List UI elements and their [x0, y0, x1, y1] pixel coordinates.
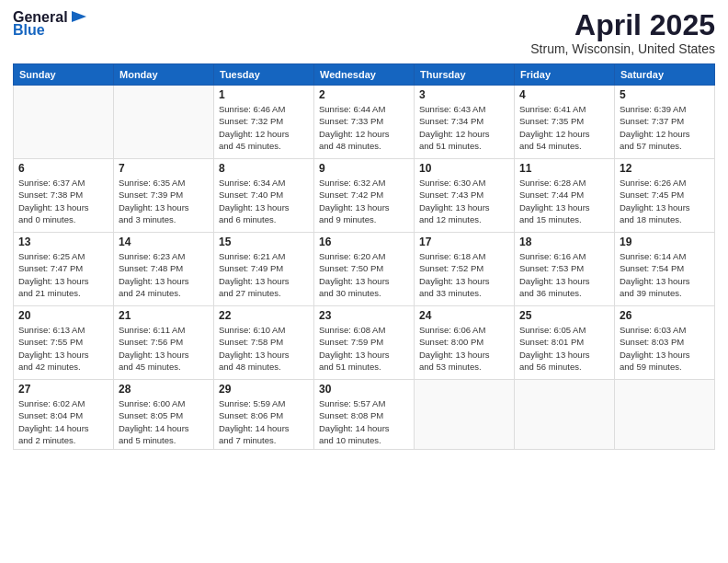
calendar-cell: 16Sunrise: 6:20 AM Sunset: 7:50 PM Dayli…: [314, 233, 415, 306]
day-info: Sunrise: 6:28 AM Sunset: 7:44 PM Dayligh…: [519, 177, 609, 225]
day-number: 17: [419, 236, 509, 248]
day-info: Sunrise: 6:10 AM Sunset: 7:58 PM Dayligh…: [219, 324, 309, 373]
weekday-header-friday: Friday: [515, 64, 615, 86]
week-row-2: 6Sunrise: 6:37 AM Sunset: 7:38 PM Daylig…: [14, 159, 715, 233]
calendar-cell: [515, 380, 615, 450]
day-number: 1: [219, 88, 309, 101]
weekday-header-saturday: Saturday: [615, 64, 715, 86]
calendar-cell: 27Sunrise: 6:02 AM Sunset: 8:04 PM Dayli…: [14, 380, 114, 450]
day-number: 27: [18, 383, 108, 396]
calendar-cell: 22Sunrise: 6:10 AM Sunset: 7:58 PM Dayli…: [214, 306, 314, 380]
calendar-cell: 2Sunrise: 6:44 AM Sunset: 7:33 PM Daylig…: [314, 86, 415, 159]
day-number: 22: [219, 309, 309, 322]
day-number: 9: [319, 162, 409, 175]
calendar-cell: 19Sunrise: 6:14 AM Sunset: 7:54 PM Dayli…: [615, 233, 715, 306]
title-block: April 2025 Strum, Wisconsin, United Stat…: [530, 9, 715, 56]
location: Strum, Wisconsin, United States: [530, 41, 715, 56]
day-info: Sunrise: 6:44 AM Sunset: 7:33 PM Dayligh…: [319, 103, 409, 152]
calendar-cell: 8Sunrise: 6:34 AM Sunset: 7:40 PM Daylig…: [214, 159, 314, 233]
day-number: 15: [219, 236, 309, 248]
calendar-cell: 30Sunrise: 5:57 AM Sunset: 8:08 PM Dayli…: [314, 380, 415, 450]
weekday-header-tuesday: Tuesday: [214, 64, 314, 86]
week-row-4: 20Sunrise: 6:13 AM Sunset: 7:55 PM Dayli…: [14, 306, 715, 380]
day-info: Sunrise: 6:30 AM Sunset: 7:43 PM Dayligh…: [419, 177, 509, 225]
page: General Blue April 2025 Strum, Wisconsin…: [0, 0, 728, 563]
day-info: Sunrise: 6:37 AM Sunset: 7:38 PM Dayligh…: [18, 177, 108, 225]
calendar-cell: 13Sunrise: 6:25 AM Sunset: 7:47 PM Dayli…: [14, 233, 114, 306]
day-number: 4: [519, 88, 609, 101]
week-row-3: 13Sunrise: 6:25 AM Sunset: 7:47 PM Dayli…: [14, 233, 715, 306]
day-number: 29: [219, 383, 309, 396]
day-number: 6: [18, 162, 108, 175]
day-info: Sunrise: 5:57 AM Sunset: 8:08 PM Dayligh…: [319, 397, 409, 446]
weekday-header-row: SundayMondayTuesdayWednesdayThursdayFrid…: [14, 64, 715, 86]
day-number: 21: [119, 309, 209, 322]
logo-icon: [70, 9, 90, 24]
calendar-cell: 20Sunrise: 6:13 AM Sunset: 7:55 PM Dayli…: [14, 306, 114, 380]
day-number: 5: [620, 88, 710, 101]
day-number: 3: [419, 88, 509, 101]
month-title: April 2025: [530, 9, 715, 41]
day-info: Sunrise: 6:23 AM Sunset: 7:48 PM Dayligh…: [119, 250, 209, 299]
day-number: 14: [119, 236, 209, 248]
day-number: 23: [319, 309, 409, 322]
week-row-1: 1Sunrise: 6:46 AM Sunset: 7:32 PM Daylig…: [14, 86, 715, 159]
day-info: Sunrise: 6:16 AM Sunset: 7:53 PM Dayligh…: [519, 250, 609, 299]
calendar-cell: 17Sunrise: 6:18 AM Sunset: 7:52 PM Dayli…: [415, 233, 515, 306]
svg-marker-0: [72, 11, 86, 22]
weekday-header-wednesday: Wednesday: [314, 64, 415, 86]
calendar-cell: 21Sunrise: 6:11 AM Sunset: 7:56 PM Dayli…: [114, 306, 214, 380]
logo-blue-text: Blue: [13, 22, 45, 39]
calendar-cell: 9Sunrise: 6:32 AM Sunset: 7:42 PM Daylig…: [314, 159, 415, 233]
day-number: 12: [620, 162, 710, 175]
calendar-cell: 12Sunrise: 6:26 AM Sunset: 7:45 PM Dayli…: [615, 159, 715, 233]
day-info: Sunrise: 6:43 AM Sunset: 7:34 PM Dayligh…: [419, 103, 509, 152]
calendar-cell: 7Sunrise: 6:35 AM Sunset: 7:39 PM Daylig…: [114, 159, 214, 233]
calendar-cell: 28Sunrise: 6:00 AM Sunset: 8:05 PM Dayli…: [114, 380, 214, 450]
calendar-cell: 15Sunrise: 6:21 AM Sunset: 7:49 PM Dayli…: [214, 233, 314, 306]
day-info: Sunrise: 6:14 AM Sunset: 7:54 PM Dayligh…: [620, 250, 710, 299]
day-info: Sunrise: 6:25 AM Sunset: 7:47 PM Dayligh…: [18, 250, 108, 299]
day-info: Sunrise: 6:41 AM Sunset: 7:35 PM Dayligh…: [519, 103, 609, 152]
week-row-5: 27Sunrise: 6:02 AM Sunset: 8:04 PM Dayli…: [14, 380, 715, 450]
day-info: Sunrise: 6:46 AM Sunset: 7:32 PM Dayligh…: [219, 103, 309, 152]
day-info: Sunrise: 6:21 AM Sunset: 7:49 PM Dayligh…: [219, 250, 309, 299]
calendar-cell: 6Sunrise: 6:37 AM Sunset: 7:38 PM Daylig…: [14, 159, 114, 233]
day-info: Sunrise: 6:03 AM Sunset: 8:03 PM Dayligh…: [620, 324, 710, 373]
day-info: Sunrise: 6:32 AM Sunset: 7:42 PM Dayligh…: [319, 177, 409, 225]
day-number: 2: [319, 88, 409, 101]
calendar-cell: 26Sunrise: 6:03 AM Sunset: 8:03 PM Dayli…: [615, 306, 715, 380]
day-number: 11: [519, 162, 609, 175]
calendar-cell: 10Sunrise: 6:30 AM Sunset: 7:43 PM Dayli…: [415, 159, 515, 233]
calendar-cell: [14, 86, 114, 159]
day-info: Sunrise: 6:02 AM Sunset: 8:04 PM Dayligh…: [18, 397, 108, 446]
day-number: 18: [519, 236, 609, 248]
day-info: Sunrise: 6:34 AM Sunset: 7:40 PM Dayligh…: [219, 177, 309, 225]
day-number: 30: [319, 383, 409, 396]
day-info: Sunrise: 6:20 AM Sunset: 7:50 PM Dayligh…: [319, 250, 409, 299]
calendar-cell: 23Sunrise: 6:08 AM Sunset: 7:59 PM Dayli…: [314, 306, 415, 380]
day-number: 24: [419, 309, 509, 322]
weekday-header-sunday: Sunday: [14, 64, 114, 86]
calendar-cell: 14Sunrise: 6:23 AM Sunset: 7:48 PM Dayli…: [114, 233, 214, 306]
day-number: 25: [519, 309, 609, 322]
day-info: Sunrise: 6:11 AM Sunset: 7:56 PM Dayligh…: [119, 324, 209, 373]
calendar-cell: 5Sunrise: 6:39 AM Sunset: 7:37 PM Daylig…: [615, 86, 715, 159]
calendar-cell: 1Sunrise: 6:46 AM Sunset: 7:32 PM Daylig…: [214, 86, 314, 159]
calendar-cell: 3Sunrise: 6:43 AM Sunset: 7:34 PM Daylig…: [415, 86, 515, 159]
day-info: Sunrise: 6:35 AM Sunset: 7:39 PM Dayligh…: [119, 177, 209, 225]
calendar-cell: 24Sunrise: 6:06 AM Sunset: 8:00 PM Dayli…: [415, 306, 515, 380]
day-number: 19: [620, 236, 710, 248]
calendar-cell: 4Sunrise: 6:41 AM Sunset: 7:35 PM Daylig…: [515, 86, 615, 159]
day-info: Sunrise: 6:08 AM Sunset: 7:59 PM Dayligh…: [319, 324, 409, 373]
weekday-header-monday: Monday: [114, 64, 214, 86]
calendar-cell: 29Sunrise: 5:59 AM Sunset: 8:06 PM Dayli…: [214, 380, 314, 450]
day-number: 8: [219, 162, 309, 175]
calendar-cell: [114, 86, 214, 159]
day-number: 10: [419, 162, 509, 175]
calendar-cell: [615, 380, 715, 450]
day-info: Sunrise: 6:06 AM Sunset: 8:00 PM Dayligh…: [419, 324, 509, 373]
day-number: 7: [119, 162, 209, 175]
calendar-cell: 18Sunrise: 6:16 AM Sunset: 7:53 PM Dayli…: [515, 233, 615, 306]
day-number: 20: [18, 309, 108, 322]
